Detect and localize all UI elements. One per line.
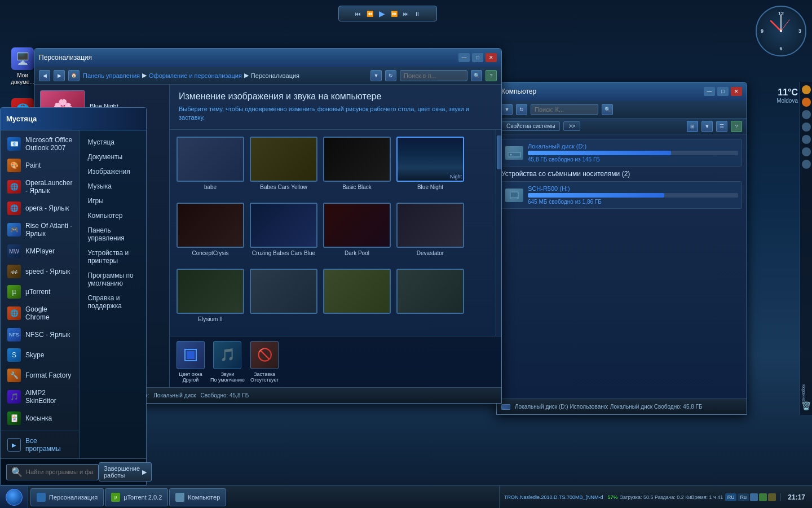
- forward-button[interactable]: ▶: [54, 70, 65, 81]
- personalization-main-header: Изменение изображения и звука на компьют…: [170, 85, 501, 130]
- drive-d-info: Локальный диск (D:) 45,8 ГБ свободно из …: [528, 143, 738, 163]
- media-skip-back[interactable]: ⏮: [354, 10, 363, 18]
- themes-scrollbar[interactable]: [496, 130, 501, 336]
- drive-local-d[interactable]: Локальный диск (D:) 45,8 ГБ свободно из …: [501, 139, 742, 167]
- search-input[interactable]: [26, 468, 94, 475]
- explorer-close-button[interactable]: ✕: [731, 87, 742, 96]
- start-menu-right-personal[interactable]: Мустяца: [80, 135, 146, 150]
- search-go-button[interactable]: 🔍: [471, 70, 482, 81]
- theme-blue-night[interactable]: Night Blue Night: [396, 137, 464, 197]
- media-skip-forward[interactable]: ⏭: [401, 10, 411, 18]
- tray-icon-lang[interactable]: Ru: [738, 493, 749, 501]
- system-properties-button[interactable]: Свойства системы: [501, 121, 560, 131]
- explorer-minimize-button[interactable]: —: [704, 87, 715, 96]
- media-pause[interactable]: ⏸: [413, 10, 422, 18]
- back-button[interactable]: ◀: [39, 70, 50, 81]
- recycle-bin-icon[interactable]: 🗑️: [801, 401, 811, 411]
- theme-cruzing-babes[interactable]: Cruzing Babes Cars Blue: [250, 203, 317, 263]
- theme-concept-crysis[interactable]: ConceptCrysis: [176, 203, 244, 263]
- tray-icon-ru[interactable]: RU: [725, 493, 736, 501]
- scrollbar-thumb[interactable]: [497, 135, 501, 169]
- rsb-icon1[interactable]: [802, 85, 811, 94]
- start-menu-item-speed[interactable]: 🏎 speed - Ярлык: [1, 261, 79, 282]
- drive-d-icon: [505, 146, 523, 160]
- help-explorer-button[interactable]: ?: [731, 121, 742, 132]
- close-button[interactable]: ✕: [486, 53, 497, 62]
- start-menu-right-games[interactable]: Игры: [80, 194, 146, 208]
- theme-bottom-window-color[interactable]: Цвет окнаДругой: [176, 341, 205, 383]
- drive-sch-r500[interactable]: SCH-R500 (H:) 645 МБ свободно из 1,86 ГБ: [501, 181, 742, 209]
- start-menu-item-utorrent[interactable]: µ µTorrent: [1, 282, 79, 302]
- rsb-icon2[interactable]: [802, 98, 811, 107]
- theme-bottom-screensaver[interactable]: 🚫 ЗаставкаОтсутствует: [250, 341, 279, 383]
- start-menu-right-computer[interactable]: Компьютер: [80, 208, 146, 223]
- address-search[interactable]: [400, 70, 467, 81]
- start-menu-right-help[interactable]: Справка и поддержка: [80, 291, 146, 313]
- view-options-button[interactable]: ⊞: [687, 121, 698, 132]
- start-menu-item-format-factory[interactable]: 🔧 Format Factory: [1, 365, 79, 386]
- explorer-statusbar-text: Локальный диск (D:) Использовано: Локаль…: [515, 404, 703, 410]
- media-rewind[interactable]: ⏪: [365, 10, 375, 18]
- start-menu-item-nfsc[interactable]: NFS NFSC - Ярлык: [1, 325, 79, 345]
- shutdown-button[interactable]: Завершение работы ▶: [99, 462, 152, 481]
- start-menu-right-docs[interactable]: Документы: [80, 150, 146, 164]
- search-box[interactable]: 🔍: [6, 464, 99, 480]
- theme-basic-black[interactable]: Basic Black: [323, 137, 391, 197]
- solitaire-icon: 🃏: [7, 411, 21, 425]
- theme-devastator[interactable]: Devastator: [396, 203, 464, 263]
- theme-elysium2[interactable]: Elysium II: [176, 269, 244, 329]
- media-player: ⏮ ⏪ ▶ ⏩ ⏭ ⏸: [338, 6, 437, 21]
- explorer-search-go[interactable]: 🔍: [602, 104, 613, 115]
- start-menu-item-skype[interactable]: S Skype: [1, 345, 79, 365]
- start-menu-item-rise[interactable]: 🎮 Rise Of Atlanti - Ярлык: [1, 218, 79, 241]
- start-menu-item-opera-launcher[interactable]: 🌐 OperaLauncher - Ярлык: [1, 176, 79, 198]
- view-button2[interactable]: ▼: [701, 121, 713, 132]
- up-button[interactable]: 🏠: [68, 70, 80, 81]
- sounds-label: ЗвукиПо умолчанию: [210, 371, 245, 383]
- media-play[interactable]: ▶: [377, 8, 387, 19]
- start-menu-item-paint[interactable]: 🎨 Paint: [1, 155, 79, 176]
- start-menu-item-aimp2[interactable]: 🎵 AIMP2 SkinEditor: [1, 386, 79, 408]
- taskbar-item-computer[interactable]: Компьютер: [169, 488, 226, 506]
- addr-refresh[interactable]: ↻: [385, 70, 396, 81]
- theme-babe[interactable]: babe: [176, 137, 244, 197]
- more-options-button[interactable]: >>: [563, 121, 580, 131]
- taskbar-clock[interactable]: 21:17: [780, 493, 812, 501]
- help-button[interactable]: ?: [486, 70, 497, 81]
- start-menu-item-outlook[interactable]: 📧 Microsoft Office Outlook 2007: [1, 133, 79, 155]
- tray-icon1[interactable]: [750, 493, 758, 501]
- maximize-button[interactable]: □: [472, 53, 483, 62]
- theme-generic2[interactable]: [323, 269, 391, 329]
- start-menu-item-opera[interactable]: 🌐 opera - Ярлык: [1, 198, 79, 218]
- theme-dark-pool[interactable]: Dark Pool: [323, 203, 391, 263]
- start-menu-right-default-programs[interactable]: Программы по умолчанию: [80, 268, 146, 291]
- explorer-refresh[interactable]: ↻: [516, 104, 527, 115]
- theme-bottom-sounds[interactable]: 🎵 ЗвукиПо умолчанию: [210, 341, 245, 383]
- media-forward[interactable]: ⏩: [389, 10, 399, 18]
- taskbar-item-utorrent[interactable]: µ µTorrent 2.0.2: [105, 488, 168, 506]
- start-menu-item-kmplayer[interactable]: MW KMPlayer: [1, 241, 79, 261]
- tray-icon2[interactable]: [759, 493, 767, 501]
- svg-point-8: [510, 154, 512, 155]
- tray-icon3[interactable]: [768, 493, 776, 501]
- drive-h-bar-container: [528, 193, 738, 198]
- start-menu-right-images[interactable]: Изображения: [80, 164, 146, 179]
- explorer-maximize-button[interactable]: □: [717, 87, 729, 96]
- theme-generic3[interactable]: [396, 269, 464, 329]
- taskbar-item-personalization[interactable]: Персонализация: [30, 488, 104, 506]
- start-menu-right-devices[interactable]: Устройства и принтеры: [80, 246, 146, 268]
- start-menu-item-all-programs[interactable]: ▶ Все программы: [1, 433, 79, 456]
- utorrent-icon: µ: [7, 285, 21, 299]
- minimize-button[interactable]: —: [458, 53, 470, 62]
- start-menu-item-solitaire[interactable]: 🃏 Косынка: [1, 408, 79, 428]
- start-menu-item-chrome[interactable]: 🌐 Google Chrome: [1, 302, 79, 325]
- start-button[interactable]: [0, 486, 28, 509]
- toolbar-more[interactable]: ☰: [716, 121, 727, 132]
- theme-babes-cars-yellow[interactable]: Babes Cars Yellow: [250, 137, 317, 197]
- start-menu-right-music[interactable]: Музыка: [80, 179, 146, 194]
- explorer-dropdown[interactable]: ▼: [501, 104, 513, 115]
- addr-dropdown[interactable]: ▼: [370, 70, 382, 81]
- theme-generic1[interactable]: [250, 269, 317, 329]
- explorer-search[interactable]: [531, 104, 598, 115]
- start-menu-right-control-panel[interactable]: Панель управления: [80, 223, 146, 246]
